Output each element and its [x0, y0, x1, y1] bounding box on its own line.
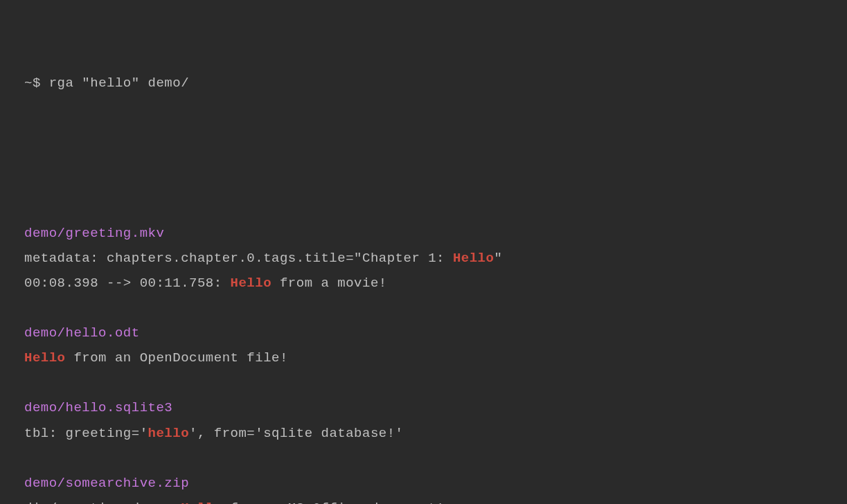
results-container: demo/greeting.mkvmetadata: chapters.chap…	[24, 221, 823, 504]
blank-line	[24, 296, 823, 321]
match-text: from an OpenDocument file!	[66, 350, 288, 366]
match-text: ', from='sqlite database!'	[189, 426, 403, 441]
match-text: from a MS Office document!	[222, 501, 445, 504]
match-highlight: Hello	[231, 276, 272, 291]
terminal-output: ~$ rga "hello" demo/ demo/greeting.mkvme…	[24, 21, 823, 504]
match-line: tbl: greeting='hello', from='sqlite data…	[24, 421, 823, 446]
blank-line	[24, 370, 823, 395]
match-highlight: Hello	[24, 350, 66, 366]
match-line: metadata: chapters.chapter.0.tags.title=…	[24, 246, 823, 271]
match-highlight: hello	[148, 426, 190, 441]
blank-line	[24, 446, 823, 471]
result-filename: demo/somearchive.zip	[24, 471, 823, 496]
prompt-symbol: ~$	[24, 75, 49, 91]
match-text: tbl: greeting='	[24, 426, 148, 441]
result-filename: demo/hello.sqlite3	[24, 395, 823, 420]
command-text: rga "hello" demo/	[49, 75, 189, 91]
match-line: dir/greeting.docx: Hello from a MS Offic…	[24, 496, 823, 504]
blank-line	[24, 145, 823, 170]
match-line: Hello from an OpenDocument file!	[24, 345, 823, 370]
match-text: "	[494, 251, 502, 266]
prompt-line: ~$ rga "hello" demo/	[24, 71, 823, 96]
match-highlight: Hello	[453, 251, 494, 266]
match-line: 00:08.398 --> 00:11.758: Hello from a mo…	[24, 271, 823, 296]
match-text: 00:08.398 --> 00:11.758:	[24, 276, 231, 291]
match-highlight: Hello	[181, 501, 222, 504]
match-text: metadata: chapters.chapter.0.tags.title=…	[24, 251, 453, 266]
result-filename: demo/greeting.mkv	[24, 221, 823, 246]
result-filename: demo/hello.odt	[24, 321, 823, 345]
match-text: dir/greeting.docx:	[24, 501, 181, 504]
match-text: from a movie!	[271, 276, 387, 291]
